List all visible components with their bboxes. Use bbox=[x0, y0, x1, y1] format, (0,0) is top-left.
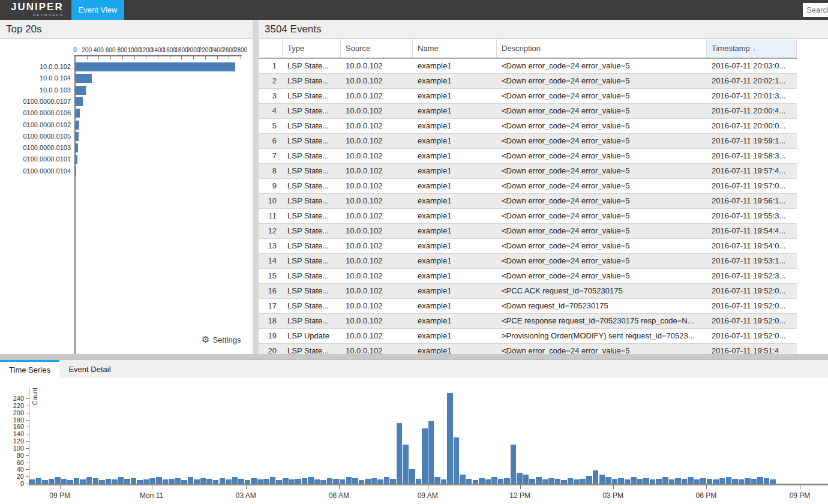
bar[interactable] bbox=[257, 479, 263, 484]
bar[interactable] bbox=[669, 479, 675, 484]
bar[interactable] bbox=[586, 476, 592, 484]
table-row[interactable]: 4LSP State...10.0.0.102example1<Down err… bbox=[259, 104, 797, 119]
bar[interactable] bbox=[498, 479, 504, 484]
bar[interactable] bbox=[466, 479, 472, 484]
column-header-type[interactable]: Type bbox=[283, 40, 341, 58]
table-row[interactable]: 13LSP State...10.0.0.102example1<Down er… bbox=[259, 239, 797, 254]
bar[interactable] bbox=[76, 74, 92, 83]
bar[interactable] bbox=[49, 479, 55, 484]
bar[interactable] bbox=[656, 479, 662, 484]
column-header-description[interactable]: Description bbox=[497, 40, 707, 58]
bar[interactable] bbox=[42, 480, 48, 484]
bar[interactable] bbox=[700, 478, 706, 484]
bar[interactable] bbox=[245, 480, 251, 484]
bar[interactable] bbox=[175, 478, 181, 484]
table-row[interactable]: 17LSP State...10.0.0.102example1<Down re… bbox=[259, 299, 797, 314]
column-header-name[interactable]: Name bbox=[413, 40, 497, 58]
bar[interactable] bbox=[263, 479, 269, 484]
bar[interactable] bbox=[745, 478, 751, 484]
tab-event-view[interactable]: Event View bbox=[71, 0, 124, 20]
table-row[interactable]: 14LSP State...10.0.0.102example1<Down er… bbox=[259, 254, 797, 269]
bar[interactable] bbox=[61, 479, 67, 484]
bar[interactable] bbox=[143, 479, 149, 484]
bar[interactable] bbox=[55, 477, 61, 484]
bar[interactable] bbox=[428, 421, 434, 484]
table-row[interactable]: 5LSP State...10.0.0.102example1<Down err… bbox=[259, 119, 797, 134]
bar[interactable] bbox=[434, 477, 440, 484]
bar[interactable] bbox=[93, 478, 99, 484]
bar[interactable] bbox=[770, 479, 776, 484]
bar[interactable] bbox=[76, 62, 235, 71]
bar[interactable] bbox=[67, 480, 73, 484]
bar[interactable] bbox=[536, 477, 542, 484]
bar[interactable] bbox=[447, 393, 453, 484]
bar[interactable] bbox=[612, 479, 618, 484]
bar[interactable] bbox=[295, 479, 301, 484]
bar[interactable] bbox=[555, 479, 561, 484]
bar[interactable] bbox=[188, 477, 194, 484]
bar[interactable] bbox=[118, 477, 124, 484]
bar[interactable] bbox=[542, 479, 548, 484]
bar[interactable] bbox=[675, 478, 681, 484]
table-row[interactable]: 2LSP State...10.0.0.102example1<Down err… bbox=[259, 74, 797, 89]
bar[interactable] bbox=[302, 478, 308, 484]
bar[interactable] bbox=[384, 477, 390, 484]
bar[interactable] bbox=[76, 97, 83, 106]
bar[interactable] bbox=[631, 477, 637, 484]
bar[interactable] bbox=[283, 478, 289, 484]
bar[interactable] bbox=[251, 478, 257, 484]
bar[interactable] bbox=[213, 480, 219, 484]
bar[interactable] bbox=[460, 475, 466, 484]
bar[interactable] bbox=[80, 479, 86, 484]
bar[interactable] bbox=[86, 477, 92, 484]
bar[interactable] bbox=[76, 86, 86, 95]
bar[interactable] bbox=[124, 479, 130, 484]
bar[interactable] bbox=[371, 478, 377, 484]
bar[interactable] bbox=[137, 480, 143, 484]
bar[interactable] bbox=[220, 478, 226, 484]
bar[interactable] bbox=[112, 479, 118, 484]
bar[interactable] bbox=[491, 477, 497, 484]
bar[interactable] bbox=[625, 479, 631, 484]
bar[interactable] bbox=[682, 479, 688, 484]
bar[interactable] bbox=[36, 478, 42, 484]
bar[interactable] bbox=[270, 477, 276, 484]
bar[interactable] bbox=[662, 477, 668, 484]
bar[interactable] bbox=[163, 479, 169, 484]
bar[interactable] bbox=[732, 479, 738, 484]
bar[interactable] bbox=[511, 445, 517, 484]
bar[interactable] bbox=[289, 479, 295, 484]
bar[interactable] bbox=[238, 479, 244, 484]
table-row[interactable]: 20LSP State...10.0.0.102example1<Down er… bbox=[259, 344, 797, 354]
table-row[interactable]: 7LSP State...10.0.0.102example1<Down err… bbox=[259, 149, 797, 164]
bar[interactable] bbox=[739, 479, 745, 484]
table-row[interactable]: 16LSP State...10.0.0.102example1<PCC ACK… bbox=[259, 284, 797, 299]
bar[interactable] bbox=[76, 132, 79, 141]
bar[interactable] bbox=[232, 477, 238, 484]
bar[interactable] bbox=[377, 479, 383, 484]
bar[interactable] bbox=[359, 480, 365, 484]
bar[interactable] bbox=[694, 479, 700, 484]
bar[interactable] bbox=[74, 478, 80, 484]
column-header-timestamp[interactable]: Timestamp↓ bbox=[707, 40, 797, 58]
bar[interactable] bbox=[131, 478, 137, 484]
bar[interactable] bbox=[76, 109, 80, 118]
bar[interactable] bbox=[308, 477, 314, 484]
tab-event-detail[interactable]: Event Detail bbox=[59, 360, 120, 378]
bar[interactable] bbox=[764, 478, 770, 484]
bar[interactable] bbox=[403, 445, 409, 484]
bar[interactable] bbox=[314, 479, 320, 484]
bar[interactable] bbox=[416, 479, 422, 484]
bar[interactable] bbox=[707, 479, 713, 484]
bar[interactable] bbox=[397, 423, 403, 484]
bar[interactable] bbox=[454, 437, 460, 484]
bar[interactable] bbox=[726, 477, 732, 484]
bar[interactable] bbox=[618, 478, 624, 484]
bar[interactable] bbox=[473, 480, 479, 484]
bar[interactable] bbox=[713, 479, 719, 484]
bar[interactable] bbox=[599, 475, 605, 484]
bar[interactable] bbox=[650, 479, 656, 484]
bar[interactable] bbox=[561, 480, 567, 484]
bar[interactable] bbox=[441, 479, 447, 484]
bar[interactable] bbox=[757, 477, 763, 484]
